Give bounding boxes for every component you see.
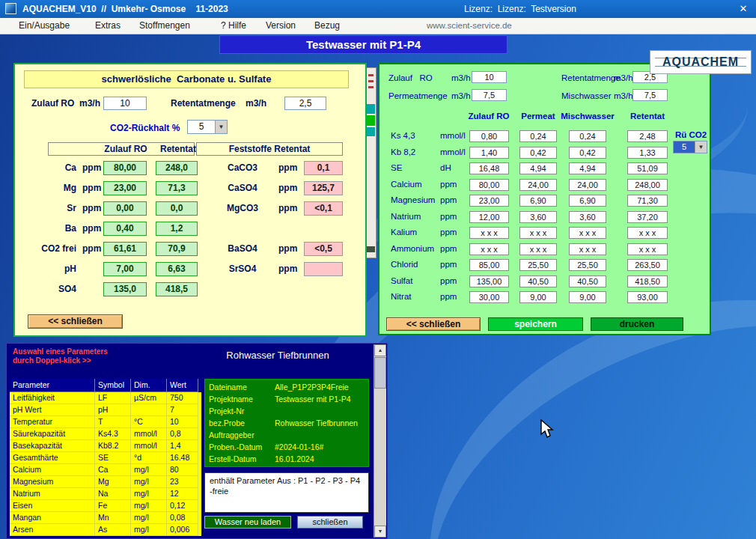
close-panel-button[interactable]: << schließen	[28, 314, 123, 329]
mischwasser-input[interactable]: 7,5	[632, 89, 668, 101]
unit-label: m3/h	[451, 91, 471, 100]
mischwasser-value: 9,00	[569, 291, 606, 303]
table-row[interactable]: SäurekapazitätKs4.3mmol/l0,8	[10, 428, 201, 440]
permeat-value: x x x	[519, 243, 557, 255]
header-symbol: Symbol	[95, 379, 131, 392]
table-row[interactable]: TemperaturT°C10	[10, 416, 201, 428]
solid-value: 125,7	[304, 181, 343, 195]
water-param-row: Calcium ppm 80,00 24,00 24,00 248,00	[379, 179, 710, 191]
table-row[interactable]: MagnesiumMgmg/l23	[10, 476, 201, 488]
scroll-thumb[interactable]	[374, 357, 386, 389]
cell-symbol: As	[95, 524, 131, 536]
water-param-row: Kb 8,2 mmol/l 1,40 0,42 0,42 1,33	[379, 147, 710, 159]
columns-header-left: Zulauf RO Retentat	[48, 142, 195, 156]
solid-label: CaSO4	[214, 183, 271, 193]
table-row[interactable]: GesamthärteSE°d16.48	[10, 452, 201, 464]
table-header: ParameterSymbolDim.Wert	[10, 379, 201, 392]
retentatmenge-input[interactable]: 2,5	[284, 97, 326, 110]
solid-row: SrSO4 ppm	[15, 262, 365, 276]
cell-parameter: Eisen	[10, 500, 95, 512]
co2-rueckhalt-value: 5	[188, 121, 215, 133]
website-link[interactable]: www.scient-service.de	[427, 21, 512, 30]
mischwasser-value: 25,50	[569, 259, 606, 271]
window-title: AQUACHEM_V10 // Umkehr- Osmose 11-2023	[22, 4, 228, 14]
menu-item[interactable]: Extras	[95, 20, 121, 31]
zulauf-input[interactable]: 10	[472, 71, 507, 83]
table-row[interactable]: NatriumNamg/l12	[10, 488, 201, 500]
permeat-value: 0,24	[519, 130, 557, 142]
solid-label: CaCO3	[214, 162, 271, 173]
col-header-retentat: Retentat	[621, 112, 674, 121]
cell-dim: mg/l	[131, 476, 167, 488]
unit-label: ppm	[278, 243, 302, 254]
table-row[interactable]: CalciumCamg/l80	[10, 464, 201, 476]
table-row[interactable]: ManganMnmg/l0,08	[10, 512, 201, 524]
water-param-row: Chlorid ppm 85,00 25,50 25,50 263,50	[379, 259, 710, 271]
zulauf-input[interactable]: 10	[103, 97, 147, 110]
unit-label: ppm	[440, 276, 470, 285]
retentatmenge-label: Retentatmenge	[171, 98, 236, 109]
mischwasser-value: 0,24	[569, 130, 606, 142]
table-row[interactable]: EisenFemg/l0,12	[10, 500, 201, 512]
print-button[interactable]: drucken	[591, 317, 683, 331]
cell-wert: 16.48	[167, 452, 198, 464]
water-param-row: Sulfat ppm 135,00 40,50 40,50 418,50	[379, 275, 710, 287]
param-label: Chlorid	[391, 260, 439, 269]
cell-parameter: Basekapazität	[10, 440, 95, 452]
info-value: 16.01.2024	[275, 454, 314, 463]
reload-water-button[interactable]: Wasser neu laden	[204, 516, 291, 529]
info-row: bez.ProbeRohwasser Tiefbrunnen	[209, 418, 368, 430]
permeat-value: 9,00	[519, 291, 557, 303]
unit-label: m3/h	[614, 91, 633, 100]
water-param-row: Kalium ppm x x x x x x x x x x x x	[379, 227, 710, 239]
menu-item[interactable]: Ein/Ausgabe	[19, 20, 70, 31]
logo-text: AQUACHEM	[650, 51, 751, 73]
menu-item[interactable]: Bezug	[314, 20, 340, 31]
info-row: Erstell-Datum16.01.2024	[209, 454, 368, 466]
menu-item[interactable]: ? Hilfe	[221, 20, 246, 31]
parameter-table: ParameterSymbolDim.Wert LeitfähigkeitLFµ…	[10, 379, 201, 536]
cell-symbol: Mg	[95, 476, 131, 488]
info-value: Rohwasser Tiefbrunnen	[275, 418, 358, 427]
co2-rueckhalt-dropdown[interactable]: 5 ▼	[187, 120, 228, 134]
info-label: Erstell-Datum	[209, 454, 275, 465]
app-window: AQUACHEM_V10 // Umkehr- Osmose 11-2023 L…	[0, 0, 756, 539]
permeat-value: x x x	[519, 227, 557, 239]
table-row[interactable]: LeitfähigkeitLFµS/cm750	[10, 392, 201, 404]
mischwasser-value: 40,50	[569, 275, 606, 287]
cell-wert: 1,4	[167, 440, 198, 452]
aquachem-logo: AQUACHEM	[650, 50, 752, 74]
scroll-down-icon[interactable]: ▼	[374, 526, 386, 538]
chevron-down-icon[interactable]: ▼	[215, 121, 227, 133]
unit-label: m3/h	[451, 73, 471, 82]
close-window-button[interactable]: schließen	[297, 516, 363, 529]
menu-item[interactable]: Stoffmengen	[139, 20, 190, 31]
menu-item[interactable]: Version	[266, 20, 296, 31]
solid-label: SrSO4	[214, 264, 271, 274]
retentat-value: 71,30	[627, 195, 668, 207]
save-button[interactable]: speichern	[488, 317, 583, 331]
close-panel-button[interactable]: << schließen	[386, 317, 481, 331]
cell-symbol: LF	[95, 392, 131, 404]
zulauf-value: x x x	[469, 227, 509, 239]
unit-label: ppm	[440, 212, 470, 221]
table-row[interactable]: pH WertpH7	[10, 404, 201, 416]
cell-dim	[131, 404, 167, 416]
unit-label: ppm	[440, 228, 470, 237]
solid-row: MgCO3 ppm <0,1	[15, 201, 365, 216]
col-header-mischwasser: Mischwasser	[558, 112, 618, 121]
water-param-row: Magnesium ppm 23,00 6,90 6,90 71,30	[379, 195, 710, 207]
element-label: SO4	[15, 284, 76, 294]
info-label: Auftraggeber	[209, 430, 275, 441]
info-row: Proben.-Datum#2024-01-16#	[209, 442, 368, 454]
scrollbar[interactable]: ▲ ▼	[374, 344, 386, 538]
table-row[interactable]: ArsenAsmg/l0,006	[10, 524, 201, 536]
close-icon[interactable]: ✕	[731, 0, 756, 18]
table-row[interactable]: BasekapazitätKb8.2mmol/l1,4	[10, 440, 201, 452]
unit-label: dH	[440, 163, 470, 172]
cell-dim: mg/l	[131, 488, 167, 500]
scroll-up-icon[interactable]: ▲	[374, 344, 386, 356]
retentat-value: 1,2	[156, 222, 198, 236]
permeatmenge-input[interactable]: 7,5	[472, 89, 507, 101]
unit-label: m3/h	[614, 73, 633, 82]
